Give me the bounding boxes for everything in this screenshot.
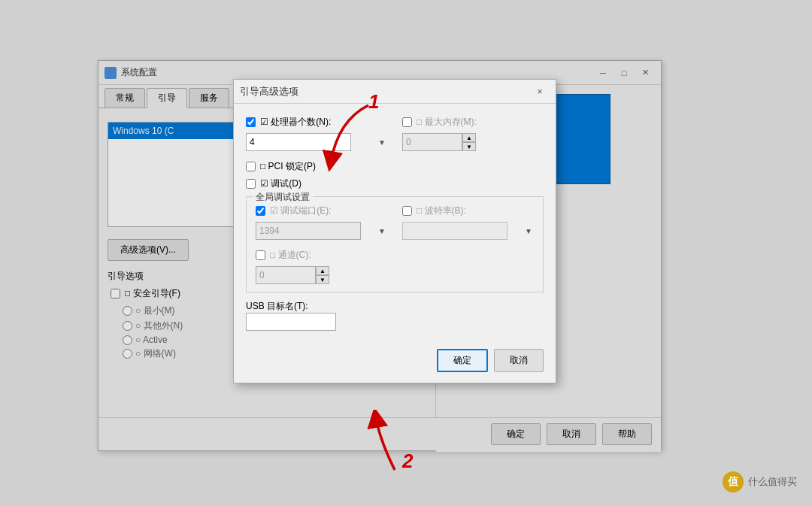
channel-spin-buttons: ▲ ▼: [316, 266, 329, 284]
processor-count-label: ☑ 处理器个数(N):: [260, 116, 331, 129]
col-processor: ☑ 处理器个数(N): 1 2 4 8 ▼: [246, 116, 387, 151]
debug-row: ☑ 调试(D): [246, 177, 544, 190]
usb-target-section: USB 目标名(T):: [246, 300, 544, 331]
col-debug-port: ☑ 调试端口(E): 1394 COM1 USB ▼: [256, 205, 387, 240]
usb-target-label: USB 目标名(T):: [246, 300, 544, 313]
processor-count-row: ☑ 处理器个数(N):: [246, 116, 387, 129]
dialog-titlebar: 引导高级选项 ×: [234, 80, 556, 104]
baud-rate-row: □ 波特率(B):: [402, 205, 534, 217]
global-debug-title: 全局调试设置: [253, 191, 313, 204]
debug-port-select[interactable]: 1394 COM1 USB: [256, 222, 361, 240]
dropdown-arrow-icon: ▼: [378, 138, 386, 147]
watermark-icon: 值: [723, 471, 744, 492]
debug-port-dropdown-arrow-icon: ▼: [378, 227, 386, 235]
max-memory-row: □ 最大内存(M):: [402, 116, 544, 129]
debug-port-row: ☑ 调试端口(E):: [256, 205, 387, 217]
channel-down-button[interactable]: ▼: [316, 275, 329, 284]
baud-rate-select[interactable]: [402, 222, 508, 240]
col-baud-rate: □ 波特率(B): ▼: [402, 205, 534, 240]
boot-advanced-dialog: 引导高级选项 × ☑ 处理器个数(N): 1 2 4 8 ▼: [233, 79, 556, 383]
dialog-cancel-button[interactable]: 取消: [494, 349, 544, 372]
baud-rate-label: □ 波特率(B):: [417, 205, 466, 217]
baud-rate-checkbox[interactable]: [402, 206, 412, 216]
max-memory-spinbox: ▲ ▼: [402, 133, 544, 151]
usb-target-input[interactable]: [246, 313, 336, 331]
channel-section: □ 通道(C): ▲ ▼: [256, 249, 534, 284]
debug-port-baud-row: ☑ 调试端口(E): 1394 COM1 USB ▼ □ 波特率: [256, 205, 534, 240]
dialog-buttons: 确定 取消: [234, 343, 556, 383]
dialog-close-button[interactable]: ×: [530, 84, 550, 99]
max-memory-down-button[interactable]: ▼: [462, 142, 476, 151]
pci-lock-checkbox[interactable]: [246, 162, 256, 171]
baud-rate-dropdown-wrapper: ▼: [402, 222, 534, 240]
max-memory-input[interactable]: [402, 133, 462, 151]
max-memory-checkbox[interactable]: [402, 117, 412, 127]
debug-port-checkbox[interactable]: [256, 206, 265, 216]
row-processor-memory: ☑ 处理器个数(N): 1 2 4 8 ▼ □ 最大内存(M):: [246, 116, 544, 151]
debug-port-dropdown-wrapper: 1394 COM1 USB ▼: [256, 222, 387, 240]
channel-input[interactable]: [256, 266, 316, 284]
debug-checkbox[interactable]: [246, 179, 256, 189]
max-memory-up-button[interactable]: ▲: [462, 133, 476, 142]
global-debug-section: 全局调试设置 ☑ 调试端口(E): 1394 COM1 USB ▼: [246, 196, 544, 292]
pci-lock-label: □ PCI 锁定(P): [260, 160, 316, 173]
debug-port-label: ☑ 调试端口(E):: [270, 205, 332, 217]
processor-count-checkbox[interactable]: [246, 117, 256, 127]
annotation-number-1: 1: [368, 90, 379, 114]
dialog-content: ☑ 处理器个数(N): 1 2 4 8 ▼ □ 最大内存(M):: [234, 104, 556, 343]
dialog-ok-button[interactable]: 确定: [437, 349, 488, 372]
dialog-title: 引导高级选项: [240, 85, 530, 98]
baud-rate-dropdown-arrow-icon: ▼: [525, 227, 532, 235]
watermark: 值 什么值得买: [723, 471, 797, 492]
annotation-number-2: 2: [402, 450, 413, 473]
pci-debug-section: □ PCI 锁定(P) ☑ 调试(D): [246, 160, 544, 190]
channel-up-button[interactable]: ▲: [316, 266, 329, 275]
processor-count-select[interactable]: 1 2 4 8: [246, 133, 351, 151]
processor-dropdown-wrapper: 1 2 4 8 ▼: [246, 133, 387, 151]
pci-lock-row: □ PCI 锁定(P): [246, 160, 544, 173]
max-memory-spin-buttons: ▲ ▼: [462, 133, 476, 151]
channel-row: □ 通道(C):: [256, 249, 534, 262]
channel-label: □ 通道(C):: [270, 249, 311, 262]
col-memory: □ 最大内存(M): ▲ ▼: [402, 116, 544, 151]
max-memory-label: □ 最大内存(M):: [417, 116, 477, 129]
watermark-text: 什么值得买: [748, 475, 797, 489]
channel-spinbox: ▲ ▼: [256, 266, 534, 284]
channel-checkbox[interactable]: [256, 250, 265, 260]
debug-label: ☑ 调试(D): [260, 177, 301, 190]
